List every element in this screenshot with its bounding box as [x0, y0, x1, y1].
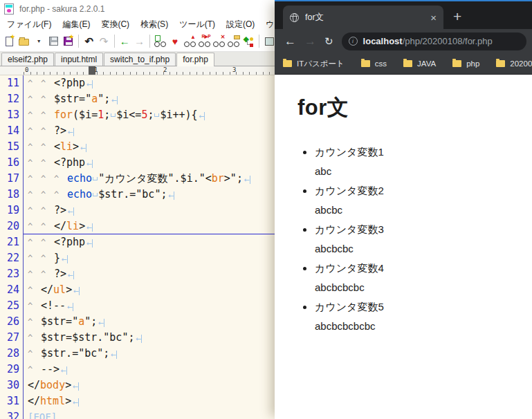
line-number: 14: [0, 123, 19, 139]
code-line-25[interactable]: 25^<!--←: [0, 298, 277, 314]
list-item: カウンタ変数1abc: [314, 142, 532, 181]
bookmark-php[interactable]: php: [452, 59, 479, 68]
code-line-21[interactable]: 21^^<?php←: [0, 234, 277, 250]
outline-icon[interactable]: ◆: [242, 34, 255, 49]
list-item-label: カウンタ変数1: [315, 142, 532, 162]
code-line-12[interactable]: 12^^$str="a";←: [0, 91, 277, 107]
list-item-label: カウンタ変数5: [315, 297, 532, 317]
code-line-27[interactable]: 27^$str=$str."bc";←: [0, 330, 277, 346]
editor-window-title: for.php - sakura 2.2.0.1: [19, 4, 104, 14]
sakura-app-icon: [4, 3, 14, 15]
code-line-32[interactable]: 32[EOF]: [0, 409, 277, 419]
bookmark-css[interactable]: css: [361, 59, 387, 68]
menu-item-1[interactable]: 編集(E): [57, 19, 95, 30]
undo-icon[interactable]: ↶: [82, 34, 95, 49]
line-text: ^^?>←: [19, 123, 74, 140]
search-prev-icon[interactable]: ▲: [183, 34, 196, 49]
list-item-value: abcbcbcbcbc: [315, 317, 532, 336]
code-line-20[interactable]: 20^^</li>←: [0, 218, 277, 234]
code-line-14[interactable]: 14^^?>←: [0, 123, 277, 139]
toolbar-separator: [78, 35, 79, 48]
back-icon[interactable]: ←: [284, 35, 296, 47]
list-item-value: abc: [315, 162, 532, 181]
editor-tab-input.html[interactable]: input.html: [55, 53, 103, 66]
menu-item-2[interactable]: 変換(C): [95, 19, 135, 30]
line-number: 19: [0, 203, 19, 218]
menu-item-5[interactable]: 設定(O): [221, 19, 260, 30]
code-line-13[interactable]: 13^^for($i=1;$i<=5;$i++){←: [0, 107, 277, 123]
code-line-26[interactable]: 26^$str="a";←: [0, 314, 277, 330]
forward-icon[interactable]: →: [304, 35, 316, 47]
code-line-17[interactable]: 17^^^echo"カウンタ変数".$i."<br>";←: [0, 171, 277, 187]
reload-icon[interactable]: ↻: [324, 36, 333, 46]
line-text: ^^<?php←: [19, 234, 93, 251]
code-line-30[interactable]: 30</body>←: [0, 378, 277, 393]
heart-binoculars-icon[interactable]: ♥: [168, 34, 181, 49]
list-item: カウンタ変数3abcbcbc: [314, 220, 532, 259]
search-icon[interactable]: [154, 34, 167, 49]
code-line-18[interactable]: 18^^^echo$str.="bc";←: [0, 187, 277, 203]
line-text: ^</ul>←: [19, 282, 80, 299]
code-line-28[interactable]: 28^$str.="bc";←: [0, 346, 277, 362]
menu-item-3[interactable]: 検索(S): [135, 19, 174, 30]
code-line-19[interactable]: 19^^?>←: [0, 203, 277, 218]
menu-item-4[interactable]: ツール(T): [174, 19, 221, 30]
save-icon[interactable]: [47, 34, 60, 49]
line-text: ^^?>←: [19, 266, 74, 283]
new-tab-button[interactable]: +: [453, 10, 461, 24]
browser-tab[interactable]: for文 ×: [283, 6, 443, 29]
redo-icon[interactable]: ↷: [97, 34, 110, 49]
bookmark-ITパスポート[interactable]: ITパスポート: [283, 59, 345, 69]
bookmark-202001[interactable]: 202001: [496, 59, 532, 68]
code-line-16[interactable]: 16^^<?php←: [0, 155, 277, 171]
open-file-icon[interactable]: [17, 34, 30, 49]
editor-text-area[interactable]: 11^^<?php←12^^$str="a";←13^^for($i=1;$i<…: [0, 75, 277, 419]
bookmarks-bar: ITパスポートcssJAVAphp202001: [275, 53, 532, 75]
page-info-icon[interactable]: i: [349, 37, 358, 46]
save-as-icon[interactable]: ★: [62, 34, 75, 49]
line-number: 29: [0, 362, 19, 378]
folder-icon: [283, 60, 292, 67]
globe-favicon-icon: [290, 13, 299, 22]
ruler-number: 3: [232, 66, 236, 73]
folder-icon: [496, 60, 505, 67]
editor-titlebar[interactable]: for.php - sakura 2.2.0.1: [0, 0, 277, 18]
line-number: 24: [0, 282, 19, 298]
jump-back-icon[interactable]: ←: [118, 34, 131, 49]
clear-search-mark-icon[interactable]: ✕: [212, 34, 226, 49]
replace-icon[interactable]: R▶P: [198, 34, 211, 49]
code-line-29[interactable]: 29^-->←: [0, 362, 277, 378]
bookmark-JAVA[interactable]: JAVA: [403, 59, 436, 68]
new-file-icon[interactable]: ★: [3, 34, 16, 49]
line-number: 13: [0, 107, 19, 123]
bookmark-label: css: [375, 59, 387, 68]
open-dropdown-icon[interactable]: ▼: [33, 34, 46, 49]
line-number: 15: [0, 139, 19, 155]
grep-icon[interactable]: [227, 34, 240, 49]
line-text: ^^</li>←: [19, 218, 93, 235]
line-number: 11: [0, 75, 19, 91]
list-item-value: abcbcbc: [315, 239, 532, 259]
editor-tab-switch_to_if.php[interactable]: switch_to_if.php: [104, 53, 176, 66]
line-text: ^^<?php←: [19, 155, 93, 171]
line-text: </body>←: [19, 378, 79, 393]
code-line-24[interactable]: 24^</ul>←: [0, 282, 277, 298]
editor-tab-elseif2.php[interactable]: elseif2.php: [1, 53, 54, 66]
sakura-editor-window: for.php - sakura 2.2.0.1 ファイル(F)編集(E)変換(…: [0, 0, 277, 419]
code-line-31[interactable]: 31</html>←: [0, 393, 277, 409]
line-text: ^<!--←: [19, 298, 73, 315]
code-line-11[interactable]: 11^^<?php←: [0, 75, 277, 91]
address-bar[interactable]: i localhost/php/20200108/for.php: [342, 32, 526, 50]
bookmark-label: ITパスポート: [297, 59, 345, 69]
line-number: 22: [0, 250, 19, 266]
folder-icon: [361, 60, 370, 67]
tab-close-icon[interactable]: ×: [429, 12, 438, 23]
list-item-label: カウンタ変数4: [315, 259, 532, 278]
menu-item-0[interactable]: ファイル(F): [1, 19, 57, 30]
jump-forward-icon[interactable]: →: [133, 34, 146, 49]
code-line-22[interactable]: 22^^}←: [0, 250, 277, 266]
code-line-23[interactable]: 23^^?>←: [0, 266, 277, 282]
editor-tab-for.php[interactable]: for.php: [176, 53, 214, 66]
line-text: ^$str.="bc";←: [19, 346, 117, 362]
code-line-15[interactable]: 15^^<li>←: [0, 139, 277, 155]
